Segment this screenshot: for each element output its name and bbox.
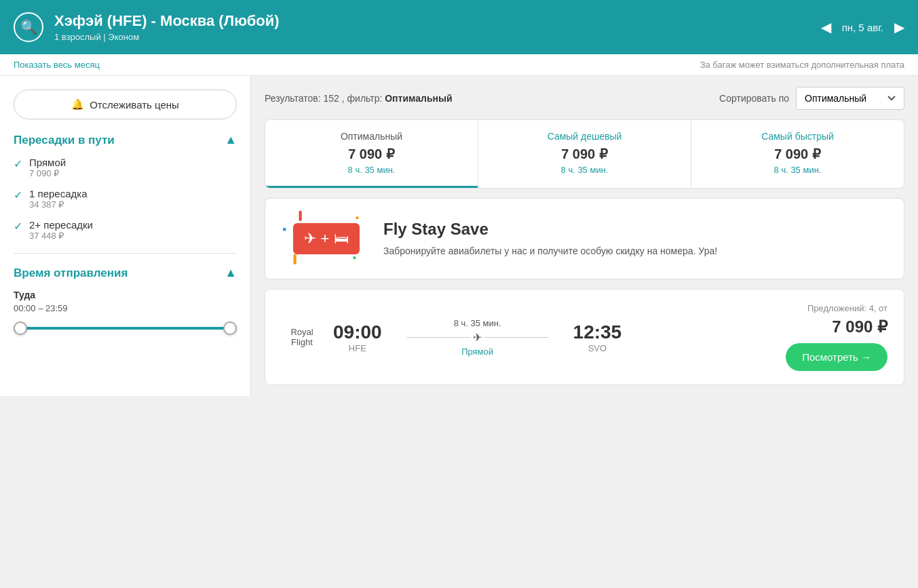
header-left: 🔍 Хэфэй (HFE) - Москва (Любой) 1 взрослы…	[14, 12, 280, 42]
tab-fastest[interactable]: Самый быстрый 7 090 ₽ 8 ч. 35 мин.	[691, 120, 904, 188]
departure-direction: Туда	[14, 290, 237, 300]
stops-filter-list: ✓ Прямой 7 090 ₽ ✓ 1 пересадка 34 387 ₽ …	[14, 157, 237, 241]
confetti-3: ▌	[293, 254, 299, 264]
price-tabs-card: Оптимальный 7 090 ₽ 8 ч. 35 мин. Самый д…	[265, 119, 904, 189]
flight-duration: 8 ч. 35 мин.	[454, 318, 501, 328]
departure-time-title: Время отправления	[14, 267, 128, 280]
stops-toggle-icon[interactable]: ▲	[225, 133, 237, 147]
filter-1stop-info: 1 пересадка 34 387 ₽	[29, 188, 88, 210]
track-prices-button[interactable]: 🔔 Отслеживать цены	[14, 90, 237, 119]
2plus-price: 37 448 ₽	[29, 231, 93, 241]
arrive-block: 12:35 SVO	[573, 321, 622, 353]
confetti-2: ●	[355, 214, 359, 221]
filter-1-stop: ✓ 1 пересадка 34 387 ₽	[14, 188, 237, 210]
view-button[interactable]: Посмотреть →	[786, 343, 887, 371]
stops-filter-title: Пересадки в пути	[14, 134, 115, 147]
tab-cheapest-time: 8 ч. 35 мин.	[489, 165, 680, 175]
results-prefix: Результатов:	[265, 93, 324, 104]
flight-line-wrap: ✈	[406, 331, 549, 344]
tab-cheapest-label: Самый дешевый	[489, 131, 680, 142]
filter-bar: Результатов: 152 , фильтр: Оптимальный С…	[265, 87, 904, 110]
tab-cheapest-price: 7 090 ₽	[489, 146, 680, 162]
results-text: Результатов: 152 , фильтр: Оптимальный	[265, 93, 453, 104]
tab-fastest-time: 8 ч. 35 мин.	[702, 165, 893, 175]
tab-cheapest[interactable]: Самый дешевый 7 090 ₽ 8 ч. 35 мин.	[478, 120, 691, 188]
direct-check-icon[interactable]: ✓	[14, 157, 22, 170]
1stop-label: 1 пересадка	[29, 188, 88, 199]
filter-prefix: , фильтр:	[342, 93, 385, 104]
header-nav: ◀ пн, 5 авг. ▶	[821, 19, 904, 35]
departure-time-section: Время отправления ▲ Туда 00:00 – 23:59	[14, 266, 237, 335]
bell-icon: 🔔	[71, 98, 84, 111]
price-tabs: Оптимальный 7 090 ₽ 8 ч. 35 мин. Самый д…	[265, 120, 904, 188]
direct-label: Прямой	[461, 347, 493, 357]
current-date: пн, 5 авг.	[842, 22, 883, 33]
content-area: Результатов: 152 , фильтр: Оптимальный С…	[251, 76, 918, 396]
filter-direct-info: Прямой 7 090 ₽	[29, 157, 66, 178]
filter-value: Оптимальный	[385, 93, 452, 104]
header-subtitle: 1 взрослый | Эконом	[54, 32, 280, 42]
plane-icon: ✈	[473, 331, 482, 344]
flight-middle: 8 ч. 35 мин. ✈ Прямой	[393, 318, 562, 357]
track-prices-label: Отслеживать цены	[90, 99, 179, 111]
flight-line-left	[406, 337, 470, 338]
direct-label: Прямой	[29, 157, 66, 168]
tab-optimal-label: Оптимальный	[276, 131, 467, 142]
stops-filter-section: Пересадки в пути ▲	[14, 133, 237, 147]
filter-2plus-info: 2+ пересадки 37 448 ₽	[29, 219, 93, 241]
tab-optimal[interactable]: Оптимальный 7 090 ₽ 8 ч. 35 мин.	[265, 120, 478, 188]
search-icon[interactable]: 🔍	[14, 12, 43, 42]
route-title: Хэфэй (HFE) - Москва (Любой)	[54, 12, 280, 30]
depart-time: 09:00	[333, 321, 382, 343]
promo-title: Fly Stay Save	[383, 220, 883, 239]
baggage-notice: За багаж может взиматься дополнительная …	[700, 60, 904, 70]
airline-name: Royal Flight	[282, 327, 322, 347]
1stop-price: 34 387 ₽	[29, 199, 88, 210]
offers-price: 7 090 ₽	[786, 317, 887, 336]
1stop-check-icon[interactable]: ✓	[14, 189, 22, 201]
tab-optimal-time: 8 ч. 35 мин.	[276, 165, 467, 175]
sidebar: 🔔 Отслеживать цены Пересадки в пути ▲ ✓ …	[0, 76, 251, 396]
class-label: Эконом	[108, 32, 139, 42]
sidebar-divider-1	[14, 253, 237, 254]
departure-time-title-row: Время отправления ▲	[14, 266, 237, 280]
promo-card: ▌ ● ▌ ● ■ ✈ + 🛏 Fly Stay Save Забронируй…	[265, 198, 904, 279]
sort-wrap: Сортировать по Оптимальный	[719, 87, 904, 110]
show-month-link[interactable]: Показать весь месяц	[14, 60, 100, 70]
2plus-label: 2+ пересадки	[29, 219, 93, 231]
filter-direct: ✓ Прямой 7 090 ₽	[14, 157, 237, 178]
departure-toggle-icon[interactable]: ▲	[225, 266, 237, 280]
results-count: 152	[324, 93, 339, 104]
confetti-1: ▌	[299, 211, 305, 220]
depart-airport: HFE	[349, 343, 366, 353]
sort-select[interactable]: Оптимальный	[796, 87, 904, 110]
promo-icon-wrap: ▌ ● ▌ ● ■ ✈ + 🛏	[286, 223, 367, 254]
main-layout: 🔔 Отслеживать цены Пересадки в пути ▲ ✓ …	[0, 76, 918, 396]
header: 🔍 Хэфэй (HFE) - Москва (Любой) 1 взрослы…	[0, 0, 918, 54]
flight-line-right	[484, 337, 548, 338]
2plus-check-icon[interactable]: ✓	[14, 220, 22, 233]
sort-label: Сортировать по	[719, 93, 789, 104]
tab-fastest-label: Самый быстрый	[702, 131, 893, 142]
flight-right: Предложений: 4, от 7 090 ₽ Посмотреть →	[786, 303, 887, 371]
direct-price: 7 090 ₽	[29, 168, 66, 178]
range-track	[14, 327, 237, 330]
range-thumb-left[interactable]	[14, 321, 27, 335]
arrive-time: 12:35	[573, 321, 622, 343]
promo-description: Забронируйте авиабилеты у нас и получите…	[383, 244, 883, 258]
confetti-5: ■	[282, 226, 286, 233]
offers-label: Предложений: 4, от	[786, 303, 887, 313]
flight-card: Royal Flight 09:00 HFE 8 ч. 35 мин. ✈ Пр…	[265, 289, 904, 385]
arrive-airport: SVO	[588, 343, 607, 353]
passengers-label: 1 взрослый	[54, 32, 101, 42]
tab-optimal-price: 7 090 ₽	[276, 146, 467, 162]
subheader: Показать весь месяц За багаж может взима…	[0, 54, 918, 76]
next-date-button[interactable]: ▶	[894, 19, 904, 35]
time-range-slider[interactable]	[14, 321, 237, 335]
prev-date-button[interactable]: ◀	[821, 19, 831, 35]
promo-badge: ✈ + 🛏	[293, 223, 359, 254]
depart-block: 09:00 HFE	[333, 321, 382, 353]
tab-fastest-price: 7 090 ₽	[702, 146, 893, 162]
header-info: Хэфэй (HFE) - Москва (Любой) 1 взрослый …	[54, 12, 280, 42]
range-thumb-right[interactable]	[223, 321, 237, 335]
